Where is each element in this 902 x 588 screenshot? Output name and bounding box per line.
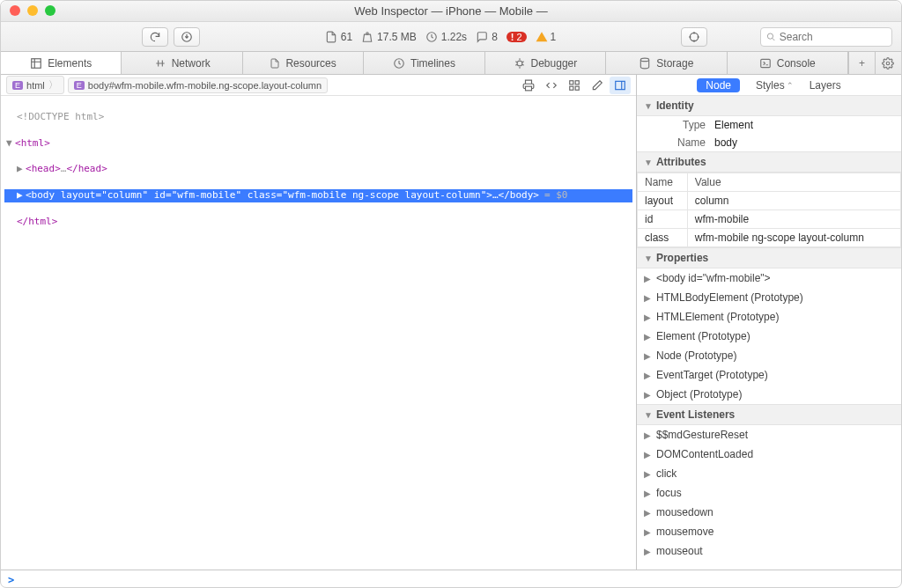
resources-count[interactable]: 61 <box>325 31 352 43</box>
breadcrumb-item[interactable]: E html 〉 <box>6 76 64 94</box>
toggle-details-sidebar-button[interactable] <box>610 77 631 94</box>
console-messages[interactable]: 8 <box>476 31 498 43</box>
code-view-button[interactable] <box>541 77 562 94</box>
attr-col-name: Name <box>638 173 688 192</box>
event-row[interactable]: ▶focus <box>637 483 901 503</box>
inspect-element-button[interactable] <box>681 27 707 47</box>
console-errors-value: 2 <box>516 32 521 42</box>
tab-debugger[interactable]: Debugger <box>485 52 606 74</box>
section-properties[interactable]: ▼Properties <box>637 247 901 268</box>
dom-tree[interactable]: <!DOCTYPE html> ▼<html> ▶<head>…</head> … <box>1 96 636 570</box>
element-badge-icon: E <box>74 81 85 90</box>
property-row[interactable]: ▶Element (Prototype) <box>637 327 901 346</box>
property-row[interactable]: ▶HTMLElement (Prototype) <box>637 307 901 327</box>
crosshair-icon <box>688 31 700 43</box>
details-tab-layers[interactable]: Layers <box>810 79 841 92</box>
details-tab-bar: Node Styles⌃ Layers <box>637 75 901 96</box>
code-icon <box>545 79 558 92</box>
dom-node-selected[interactable]: ▶<body layout="column" id="wfm-mobile" c… <box>4 189 632 202</box>
event-row[interactable]: ▶mousemove <box>637 522 901 541</box>
zoom-window-button[interactable] <box>45 5 55 16</box>
property-row[interactable]: ▶Object (Prototype) <box>637 385 901 404</box>
tab-label: Network <box>172 57 211 70</box>
console-messages-value: 8 <box>492 31 498 43</box>
tab-label: Storage <box>656 57 693 70</box>
svg-point-10 <box>887 62 891 65</box>
svg-rect-13 <box>575 80 579 84</box>
reload-icon <box>149 31 161 43</box>
tab-timelines[interactable]: Timelines <box>364 52 484 74</box>
event-row[interactable]: ▶$$mdGestureReset <box>637 425 901 445</box>
event-row[interactable]: ▶mouseout <box>637 541 901 561</box>
svg-rect-11 <box>526 86 532 91</box>
tab-console[interactable]: Console <box>728 52 848 74</box>
table-row[interactable]: layoutcolumn <box>638 192 901 210</box>
window-controls <box>10 5 55 16</box>
console-warnings[interactable]: 1 <box>536 31 557 43</box>
grid-view-button[interactable] <box>564 77 585 94</box>
console-errors[interactable]: !2 <box>506 32 527 42</box>
identity-name-value: body <box>714 136 737 149</box>
sidebar-right-icon <box>614 79 626 92</box>
section-attributes[interactable]: ▼Attributes <box>637 151 901 173</box>
table-row[interactable]: idwfm-mobile <box>638 210 901 229</box>
chat-icon <box>476 31 488 43</box>
weight-icon <box>361 31 373 43</box>
dom-node[interactable]: ▼<html> <box>4 137 632 151</box>
tab-storage[interactable]: Storage <box>606 52 727 74</box>
download-icon <box>181 31 193 43</box>
dom-node[interactable]: </html> <box>4 216 632 229</box>
console-prompt: > <box>8 574 14 586</box>
tab-label: Timelines <box>410 57 455 70</box>
dom-node[interactable]: <!DOCTYPE html> <box>4 111 632 124</box>
event-row[interactable]: ▶click <box>637 464 901 483</box>
console-drawer[interactable]: > <box>1 570 901 588</box>
property-row[interactable]: ▶<body id="wfm-mobile"> <box>637 268 901 288</box>
debugger-icon <box>514 57 526 70</box>
property-row[interactable]: ▶EventTarget (Prototype) <box>637 365 901 385</box>
load-time[interactable]: 1.22s <box>425 31 467 43</box>
transfer-size[interactable]: 17.5 MB <box>361 31 417 43</box>
pencil-icon <box>591 79 603 92</box>
details-tab-node[interactable]: Node <box>697 78 740 92</box>
reload-button[interactable] <box>142 27 168 47</box>
tab-network[interactable]: Network <box>122 52 242 74</box>
tab-elements[interactable]: Elements <box>1 52 122 74</box>
resources-icon <box>270 57 280 70</box>
tab-label: Resources <box>285 57 336 70</box>
tab-settings-button[interactable] <box>875 52 901 74</box>
event-row[interactable]: ▶mousedown <box>637 503 901 522</box>
svg-rect-14 <box>570 86 573 90</box>
identity-name-label: Name <box>644 136 706 149</box>
identity-type-value: Element <box>714 119 753 131</box>
transfer-size-value: 17.5 MB <box>377 31 417 43</box>
details-tab-styles[interactable]: Styles⌃ <box>756 79 794 92</box>
print-styles-button[interactable] <box>518 77 539 94</box>
tab-resources[interactable]: Resources <box>243 52 364 74</box>
breadcrumb-label: html <box>26 80 45 91</box>
breadcrumb-item[interactable]: E body#wfm-mobile.wfm-mobile.ng-scope.la… <box>68 77 328 93</box>
svg-point-7 <box>517 61 522 66</box>
search-input[interactable] <box>780 31 886 43</box>
section-event-listeners[interactable]: ▼Event Listeners <box>637 404 901 425</box>
property-row[interactable]: ▶HTMLBodyElement (Prototype) <box>637 288 901 307</box>
download-button[interactable] <box>174 27 200 47</box>
property-row[interactable]: ▶Node (Prototype) <box>637 346 901 365</box>
search-icon <box>766 32 776 42</box>
edit-button[interactable] <box>587 77 608 94</box>
grid-icon <box>568 79 580 92</box>
table-row[interactable]: classwfm-mobile ng-scope layout-column <box>638 229 901 247</box>
svg-point-1 <box>366 32 368 33</box>
dom-node[interactable]: ▶<head>…</head> <box>4 163 632 176</box>
section-identity[interactable]: ▼Identity <box>637 96 901 116</box>
global-search[interactable] <box>760 27 892 47</box>
tab-label: Debugger <box>531 57 578 70</box>
close-window-button[interactable] <box>10 5 20 16</box>
console-icon <box>759 57 772 70</box>
tab-label: Elements <box>48 57 92 70</box>
window-title: Web Inspector — iPhone — Mobile — <box>354 4 547 18</box>
minimize-window-button[interactable] <box>27 5 38 16</box>
network-icon <box>154 57 166 70</box>
event-row[interactable]: ▶DOMContentLoaded <box>637 445 901 464</box>
new-tab-button[interactable]: + <box>848 52 875 74</box>
